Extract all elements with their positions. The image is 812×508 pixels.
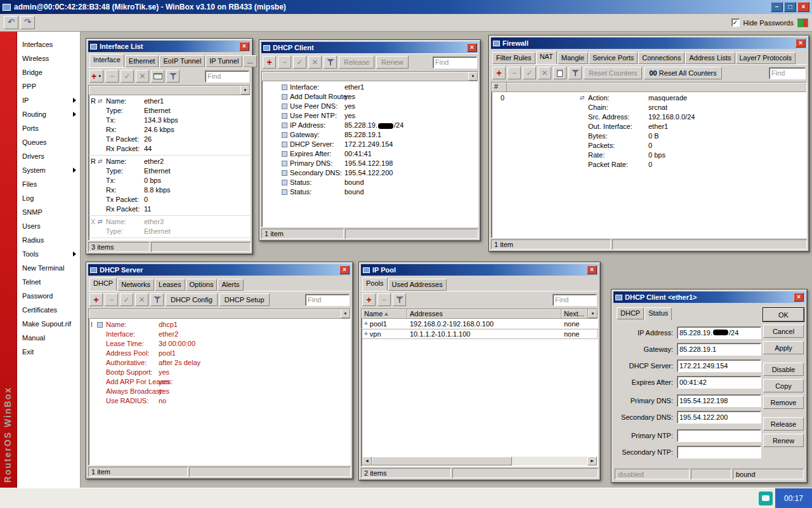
tab-status[interactable]: Status <box>645 307 672 321</box>
undo-button[interactable]: ↶ <box>4 16 18 29</box>
enable-button[interactable]: ✓ <box>120 293 133 306</box>
dhcp-setup-button[interactable]: DHCP Setup <box>219 293 270 306</box>
scrollbar-thumb[interactable] <box>372 457 512 465</box>
dhcp-server-field[interactable]: 172.21.249.154 <box>677 359 761 372</box>
filter-button[interactable] <box>393 293 406 306</box>
renew-button[interactable]: Renew <box>763 434 804 447</box>
column-select-button[interactable]: ▼ <box>588 309 598 318</box>
find-input[interactable] <box>205 70 249 83</box>
enable-button[interactable]: ✓ <box>523 67 536 79</box>
disable-button[interactable]: ✕ <box>135 293 148 306</box>
disable-button[interactable]: ✕ <box>538 67 551 79</box>
table-row[interactable]: +vpn 10.1.1.2-10.1.1.100 none <box>362 329 598 339</box>
tab-filter-rules[interactable]: Filter Rules <box>492 52 535 64</box>
apply-button[interactable]: Apply <box>763 341 804 354</box>
column-select-button[interactable]: ▼ <box>240 86 250 95</box>
table-row[interactable]: +pool1 192.168.0.2-192.168.0.100 none <box>362 319 598 329</box>
sidebar-item-telnet[interactable]: Telnet <box>17 275 80 289</box>
tab-address-lists[interactable]: Address Lists <box>685 52 735 64</box>
comment-button[interactable] <box>553 67 566 79</box>
tab-overflow[interactable]: ... <box>243 55 256 67</box>
tab-service-ports[interactable]: Service Ports <box>589 52 638 64</box>
sidebar-item-queues[interactable]: Queues <box>17 135 80 149</box>
ip-pool-titlebar[interactable]: IP Pool × <box>361 264 598 276</box>
find-input[interactable] <box>553 294 597 306</box>
add-button[interactable]: + <box>89 293 103 306</box>
column-select-button[interactable]: ▼ <box>341 309 350 318</box>
column-select-button[interactable]: ▼ <box>468 72 478 81</box>
table-row[interactable]: IName:dhcp1 Interface:ether2 Lease Time:… <box>89 319 350 407</box>
secondary-ntp-field[interactable] <box>677 446 761 458</box>
ip-address-field[interactable]: 85.228.19./24 <box>677 326 761 339</box>
enable-button[interactable]: ✓ <box>121 70 134 83</box>
release-button[interactable]: Release <box>763 417 804 431</box>
filter-button[interactable] <box>166 70 180 83</box>
table-row[interactable]: R⇄Name:ether1 Type:Ethernet Tx:134.3 kbp… <box>89 95 250 156</box>
disable-button[interactable]: Disable <box>763 363 804 376</box>
tab-pools[interactable]: Pools <box>362 277 388 291</box>
sidebar-item-drivers[interactable]: Drivers <box>17 149 80 163</box>
ok-button[interactable]: OK <box>763 308 804 321</box>
gateway-field[interactable]: 85.228.19.1 <box>677 343 761 356</box>
secondary-dns-field[interactable]: 195.54.122.200 <box>677 411 761 424</box>
dialog-titlebar[interactable]: DHCP Client <ether1> × <box>613 291 805 303</box>
sidebar-item-make-supout[interactable]: Make Supout.rif <box>17 317 80 331</box>
interface-list-titlebar[interactable]: Interface List × <box>88 41 251 52</box>
close-icon[interactable]: × <box>467 43 477 52</box>
column-header-name[interactable]: Name <box>362 309 407 318</box>
tray-network-icon[interactable] <box>759 491 773 505</box>
main-titlebar[interactable]: admin@00:0C:42:28:B3:48 (MikroTik.se) - … <box>0 0 812 14</box>
reset-all-counters-button[interactable]: 00Reset All Counters <box>644 67 721 79</box>
sidebar-item-interfaces[interactable]: Interfaces <box>17 37 80 51</box>
remove-button[interactable]: Remove <box>763 396 804 409</box>
firewall-titlebar[interactable]: Firewall × <box>491 37 807 49</box>
close-icon[interactable]: × <box>794 293 804 302</box>
sidebar-item-tools[interactable]: Tools <box>17 247 80 261</box>
tab-mangle[interactable]: Mangle <box>558 52 588 64</box>
close-icon[interactable]: × <box>796 39 806 48</box>
remove-button[interactable]: − <box>105 70 119 83</box>
close-icon[interactable]: × <box>239 42 249 51</box>
sidebar-item-password[interactable]: Password <box>17 289 80 303</box>
expires-after-field[interactable]: 00:41:42 <box>677 376 761 389</box>
sidebar-item-exit[interactable]: Exit <box>17 345 80 359</box>
tab-alerts[interactable]: Alerts <box>218 279 243 291</box>
primary-dns-field[interactable]: 195.54.122.198 <box>677 394 761 407</box>
reset-counters-button[interactable]: Reset Counters <box>584 67 642 79</box>
find-input[interactable] <box>305 294 350 306</box>
dhcp-client-titlebar[interactable]: DHCP Client × <box>261 42 478 53</box>
remove-button[interactable]: − <box>278 56 291 69</box>
sidebar-item-radius[interactable]: Radius <box>17 233 80 247</box>
tab-networks[interactable]: Networks <box>117 279 154 291</box>
remove-button[interactable]: − <box>508 67 521 79</box>
table-row[interactable]: 0⇄Action:masquerade Chain:srcnat Src. Ad… <box>492 92 806 171</box>
sidebar-item-routing[interactable]: Routing <box>17 107 80 121</box>
enable-button[interactable]: ✓ <box>293 56 306 69</box>
primary-ntp-field[interactable] <box>677 429 761 442</box>
disable-button[interactable]: ✕ <box>136 70 149 83</box>
add-button[interactable]: + <box>362 293 376 306</box>
column-header-next-pool[interactable]: Next... <box>561 309 588 318</box>
scroll-right-icon[interactable]: ► <box>587 457 597 465</box>
tab-used-addresses[interactable]: Used Addresses <box>388 279 447 291</box>
sidebar-item-ports[interactable]: Ports <box>17 121 80 135</box>
dhcp-server-titlebar[interactable]: DHCP Server × <box>88 264 351 276</box>
add-button[interactable]: + <box>263 56 276 69</box>
sidebar-item-ip[interactable]: IP <box>17 93 80 107</box>
tab-ip-tunnel[interactable]: IP Tunnel <box>206 55 242 67</box>
scroll-left-icon[interactable]: ◄ <box>362 457 372 465</box>
tab-interface[interactable]: Interface <box>89 54 124 67</box>
disable-button[interactable]: ✕ <box>308 56 322 69</box>
release-button[interactable]: Release <box>339 56 374 69</box>
add-button[interactable]: +▼ <box>89 70 103 83</box>
sidebar-item-wireless[interactable]: Wireless <box>17 51 80 65</box>
sidebar-item-users[interactable]: Users <box>17 219 80 233</box>
table-row[interactable]: R⇄Name:ether2 Type:Ethernet Tx:0 bps Rx:… <box>89 156 250 216</box>
filter-button[interactable] <box>150 293 164 306</box>
sidebar-item-manual[interactable]: Manual <box>17 331 80 345</box>
remove-button[interactable]: − <box>105 293 118 306</box>
close-icon[interactable]: × <box>339 265 350 274</box>
tab-layer7-protocols[interactable]: Layer7 Protocols <box>736 52 796 64</box>
copy-button[interactable]: Copy <box>763 379 804 392</box>
tab-eoip-tunnel[interactable]: EoIP Tunnel <box>159 55 205 67</box>
